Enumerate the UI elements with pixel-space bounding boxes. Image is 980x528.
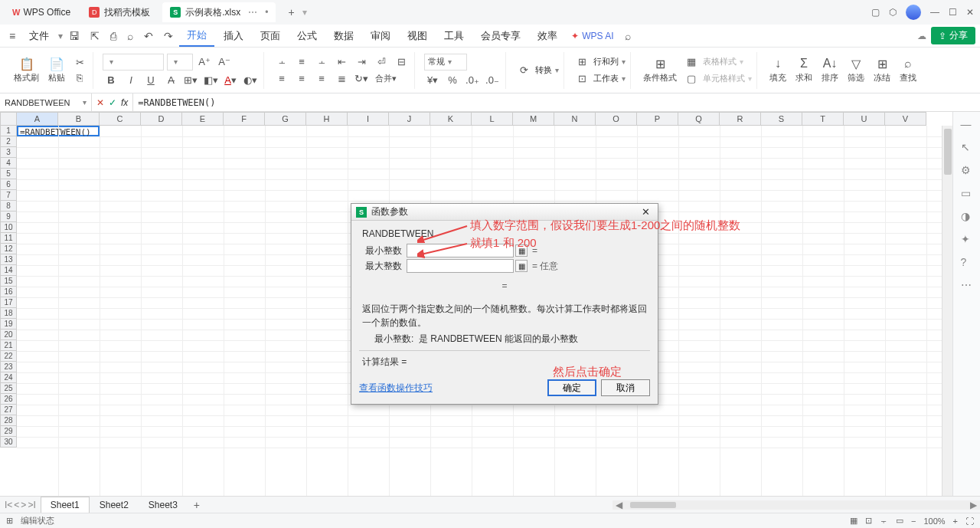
row-header-6[interactable]: 6: [0, 179, 17, 190]
tab-insert[interactable]: 插入: [216, 26, 251, 46]
file-menu[interactable]: 文件: [21, 26, 57, 46]
row-header-19[interactable]: 19: [0, 319, 17, 330]
col-header-M[interactable]: M: [513, 112, 554, 126]
cancel-formula-icon[interactable]: ✕: [96, 97, 104, 108]
convert-icon[interactable]: ⟳: [515, 64, 532, 77]
search-icon[interactable]: ⌕: [620, 28, 635, 44]
col-header-P[interactable]: P: [637, 112, 678, 126]
fill-color-icon[interactable]: ◧▾: [202, 74, 219, 87]
new-tab-caret-icon[interactable]: ▾: [302, 7, 307, 18]
row-header-14[interactable]: 14: [0, 265, 17, 276]
col-header-Q[interactable]: Q: [678, 112, 720, 126]
copy-icon[interactable]: ⎘: [71, 71, 88, 85]
align-right-icon[interactable]: ≡: [313, 72, 330, 86]
highlight-icon[interactable]: ◐▾: [242, 74, 259, 87]
col-header-J[interactable]: J: [389, 112, 430, 126]
orientation-icon[interactable]: ↻▾: [353, 72, 370, 86]
vscroll-thumb[interactable]: [944, 129, 952, 175]
merge-label[interactable]: 合并▾: [373, 72, 399, 86]
sheet-nav-next-icon[interactable]: >: [21, 500, 26, 510]
col-header-N[interactable]: N: [554, 112, 596, 126]
worksheet-button[interactable]: 工作表: [593, 73, 619, 84]
tab-data[interactable]: 数据: [326, 26, 361, 46]
col-header-G[interactable]: G: [265, 112, 306, 126]
close-window-button[interactable]: ✕: [966, 7, 974, 18]
side-more-icon[interactable]: ⋯: [961, 279, 973, 291]
col-header-H[interactable]: H: [306, 112, 348, 126]
col-header-R[interactable]: R: [720, 112, 761, 126]
tab-member[interactable]: 会员专享: [473, 26, 528, 46]
cube-icon[interactable]: ⬡: [889, 7, 897, 18]
increase-font-icon[interactable]: A⁺: [196, 55, 213, 69]
tab-review[interactable]: 审阅: [363, 26, 398, 46]
add-sheet-button[interactable]: +: [188, 499, 206, 511]
col-header-D[interactable]: D: [141, 112, 182, 126]
sheet-nav-last-icon[interactable]: >I: [28, 500, 35, 510]
zoom-in-icon[interactable]: +: [953, 517, 958, 526]
row-header-13[interactable]: 13: [0, 254, 17, 265]
minimize-button[interactable]: —: [930, 7, 939, 18]
hscroll-right-icon[interactable]: ▶: [967, 500, 980, 510]
row-header-29[interactable]: 29: [0, 426, 17, 437]
row-header-22[interactable]: 22: [0, 351, 17, 362]
col-header-B[interactable]: B: [58, 112, 100, 126]
tab-tools[interactable]: 工具: [436, 26, 472, 46]
row-header-12[interactable]: 12: [0, 244, 17, 254]
row-header-18[interactable]: 18: [0, 308, 17, 319]
font-family-select[interactable]: ▾: [103, 54, 164, 71]
export-icon[interactable]: ⇱: [86, 28, 104, 44]
vertical-scrollbar[interactable]: [942, 126, 952, 496]
accept-formula-icon[interactable]: ✓: [109, 97, 116, 108]
wrap-text-icon[interactable]: ⏎: [373, 55, 390, 69]
align-top-icon[interactable]: ⫠: [273, 55, 290, 69]
merge-icon[interactable]: ⊟: [393, 55, 410, 69]
col-header-I[interactable]: I: [348, 112, 389, 126]
col-header-E[interactable]: E: [182, 112, 224, 126]
row-header-28[interactable]: 28: [0, 415, 17, 426]
conditional-format-button[interactable]: ⊞条件格式: [640, 55, 680, 85]
tab-bullet-icon[interactable]: •: [265, 7, 268, 18]
tab-formula[interactable]: 公式: [289, 26, 325, 46]
dialog-help-link[interactable]: 查看函数操作技巧: [359, 382, 433, 395]
bold-icon[interactable]: B: [103, 74, 119, 87]
sheet-nav-first-icon[interactable]: I<: [5, 500, 12, 510]
tab-efficiency[interactable]: 效率: [530, 26, 565, 46]
undo-icon[interactable]: ↶: [139, 28, 158, 44]
sheet-tab-3[interactable]: Sheet3: [139, 497, 188, 513]
rowcol-button[interactable]: 行和列: [593, 56, 619, 67]
formula-input[interactable]: =RANDBETWEEN(): [133, 97, 980, 108]
maximize-button[interactable]: ☐: [949, 7, 957, 18]
side-ai-icon[interactable]: ✦: [961, 233, 973, 245]
side-style-icon[interactable]: ◑: [961, 210, 973, 222]
tab-spreadsheet[interactable]: S 示例表格.xlsx ⋯ •: [162, 2, 276, 22]
row-header-20[interactable]: 20: [0, 330, 17, 340]
row-header-5[interactable]: 5: [0, 169, 17, 179]
sheet-tab-1[interactable]: Sheet1: [41, 497, 90, 513]
dialog-titlebar[interactable]: S 函数参数 ✕: [351, 204, 658, 221]
font-color-icon[interactable]: A▾: [222, 74, 239, 87]
view-reading-icon[interactable]: ▭: [896, 516, 903, 526]
row-header-4[interactable]: 4: [0, 158, 17, 169]
filter-button[interactable]: ▽筛选: [844, 55, 867, 85]
justify-icon[interactable]: ≣: [333, 72, 350, 86]
tab-menu-icon[interactable]: ⋯: [248, 7, 257, 18]
hscroll-thumb[interactable]: [630, 502, 676, 508]
percent-icon[interactable]: %: [444, 74, 461, 87]
side-settings-icon[interactable]: ⚙: [961, 164, 973, 176]
zoom-value[interactable]: 100%: [923, 517, 945, 526]
cloud-icon[interactable]: ☁: [917, 31, 926, 41]
hamburger-icon[interactable]: ≡: [5, 28, 20, 44]
hscroll-left-icon[interactable]: ◀: [612, 500, 626, 510]
col-header-V[interactable]: V: [885, 112, 926, 126]
col-header-O[interactable]: O: [596, 112, 637, 126]
window-layout-icon[interactable]: ▢: [871, 7, 880, 18]
redo-icon[interactable]: ↷: [159, 28, 178, 44]
arg2-ref-button[interactable]: ▦: [515, 260, 528, 272]
zoom-out-icon[interactable]: −: [911, 517, 916, 526]
paste-button[interactable]: 📄粘贴: [45, 55, 68, 85]
decimal-inc-icon[interactable]: .0₊: [464, 74, 481, 87]
name-box-caret-icon[interactable]: ▾: [83, 98, 87, 107]
view-page-icon[interactable]: ⊡: [865, 516, 872, 526]
tab-page[interactable]: 页面: [253, 26, 288, 46]
convert-label[interactable]: 转换: [535, 64, 552, 76]
